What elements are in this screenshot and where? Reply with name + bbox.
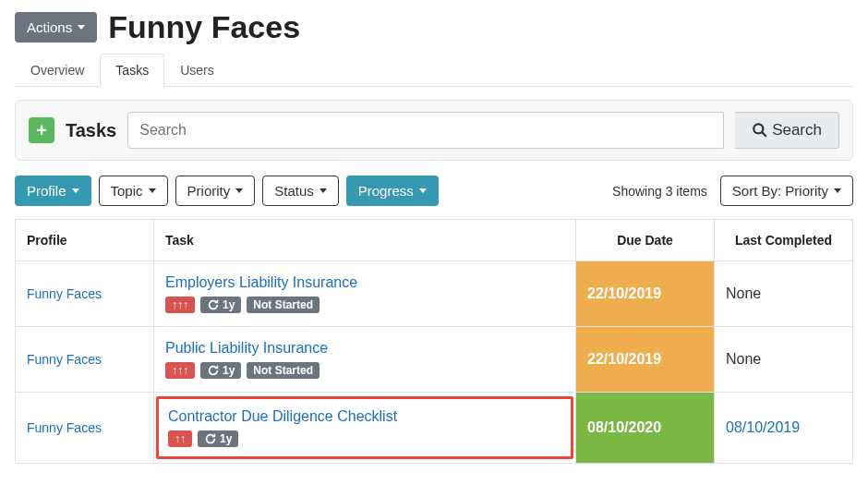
cycle-badge: 1y bbox=[198, 430, 238, 447]
tabs: Overview Tasks Users bbox=[15, 53, 853, 87]
panel-label: Tasks bbox=[66, 120, 116, 141]
actions-label: Actions bbox=[27, 19, 72, 35]
th-due: Due Date bbox=[576, 220, 715, 261]
caret-down-icon bbox=[235, 188, 243, 193]
caret-down-icon bbox=[319, 188, 327, 193]
tasks-table: Profile Task Due Date Last Completed Fun… bbox=[15, 219, 853, 464]
th-profile: Profile bbox=[16, 220, 154, 261]
tab-overview[interactable]: Overview bbox=[15, 54, 100, 87]
table-row: Funny FacesContractor Due Diligence Chec… bbox=[16, 393, 853, 464]
due-date-cell: 22/10/2019 bbox=[576, 261, 715, 327]
last-completed-cell: None bbox=[715, 327, 853, 393]
priority-badge: ↑↑↑ bbox=[165, 297, 195, 313]
task-link[interactable]: Employers Liability Insurance bbox=[165, 274, 564, 291]
caret-down-icon bbox=[834, 188, 841, 193]
filter-topic[interactable]: Topic bbox=[99, 176, 168, 206]
status-badge: Not Started bbox=[247, 297, 319, 313]
due-date-cell: 22/10/2019 bbox=[576, 327, 715, 393]
caret-down-icon bbox=[78, 25, 85, 30]
filter-status[interactable]: Status bbox=[262, 176, 339, 206]
last-completed-cell: None bbox=[715, 261, 853, 327]
showing-count: Showing 3 items bbox=[612, 184, 707, 199]
tab-users[interactable]: Users bbox=[164, 54, 230, 87]
svg-line-1 bbox=[762, 132, 766, 137]
filter-priority[interactable]: Priority bbox=[175, 176, 256, 206]
profile-link[interactable]: Funny Faces bbox=[27, 286, 102, 301]
due-date-cell: 08/10/2020 bbox=[576, 393, 715, 464]
plus-icon: + bbox=[36, 120, 47, 141]
task-link[interactable]: Public Liability Insurance bbox=[165, 340, 564, 357]
table-row: Funny FacesEmployers Liability Insurance… bbox=[16, 261, 853, 327]
status-badge: Not Started bbox=[247, 362, 319, 379]
priority-badge: ↑↑↑ bbox=[165, 362, 195, 379]
filter-row: Profile Topic Priority Status Progress S… bbox=[15, 176, 853, 206]
search-input[interactable] bbox=[127, 112, 724, 149]
priority-badge: ↑↑ bbox=[168, 430, 192, 447]
last-completed-link[interactable]: 08/10/2019 bbox=[726, 419, 800, 435]
search-icon bbox=[752, 122, 768, 139]
filter-progress[interactable]: Progress bbox=[346, 176, 439, 206]
cycle-badge: 1y bbox=[200, 362, 241, 379]
profile-link[interactable]: Funny Faces bbox=[27, 352, 102, 367]
search-panel: + Tasks Search bbox=[15, 100, 853, 161]
search-button[interactable]: Search bbox=[735, 112, 839, 149]
caret-down-icon bbox=[72, 188, 79, 193]
profile-link[interactable]: Funny Faces bbox=[27, 420, 102, 435]
svg-point-0 bbox=[753, 124, 763, 133]
actions-button[interactable]: Actions bbox=[15, 12, 97, 42]
add-task-button[interactable]: + bbox=[29, 117, 54, 143]
last-completed-cell: 08/10/2019 bbox=[715, 393, 853, 464]
sort-button[interactable]: Sort By: Priority bbox=[720, 176, 853, 206]
th-last: Last Completed bbox=[715, 220, 853, 261]
tab-tasks[interactable]: Tasks bbox=[100, 54, 164, 87]
page-title: Funny Faces bbox=[108, 9, 300, 45]
caret-down-icon bbox=[419, 188, 427, 193]
table-row: Funny FacesPublic Liability Insurance↑↑↑… bbox=[16, 327, 853, 393]
task-link[interactable]: Contractor Due Diligence Checklist bbox=[168, 408, 561, 425]
search-button-label: Search bbox=[772, 121, 822, 139]
th-task: Task bbox=[154, 220, 576, 261]
filter-profile[interactable]: Profile bbox=[15, 176, 91, 206]
cycle-badge: 1y bbox=[200, 297, 241, 313]
caret-down-icon bbox=[149, 188, 156, 193]
